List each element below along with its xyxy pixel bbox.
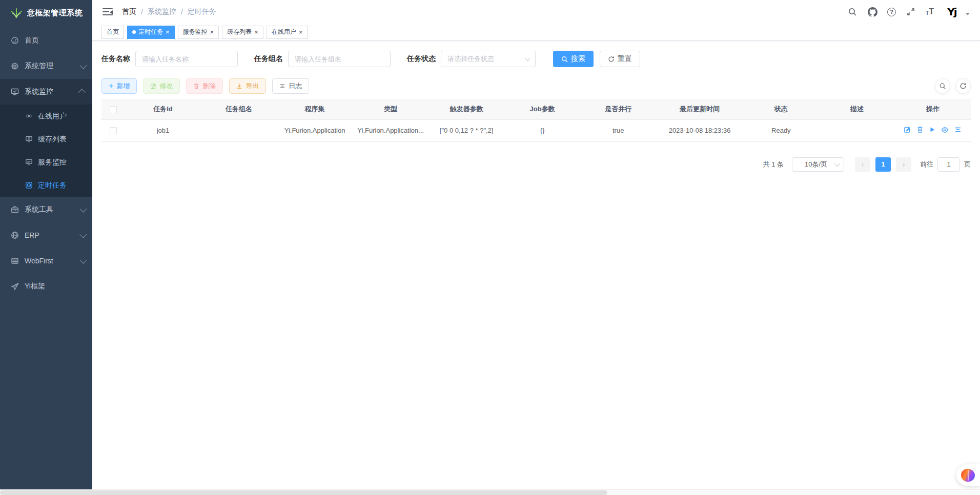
select-all-checkbox[interactable] — [110, 106, 117, 113]
task-group-label: 任务组名 — [254, 54, 283, 64]
tab-service-monitor[interactable]: 服务监控 × — [178, 26, 219, 39]
goto-page-input[interactable] — [937, 157, 960, 172]
reset-button[interactable]: 重置 — [600, 51, 640, 67]
tab-home[interactable]: 首页 — [101, 26, 124, 39]
sidebar-item-service-monitor[interactable]: 服务监控 — [0, 151, 92, 174]
assistant-float-button[interactable] — [956, 464, 980, 486]
sidebar-item-system-management[interactable]: 系统管理 — [0, 53, 92, 79]
filter-task-name: 任务名称 — [101, 51, 238, 67]
task-group-input[interactable] — [288, 51, 391, 67]
sidebar-item-system-tools[interactable]: 系统工具 — [0, 197, 92, 222]
tab-online-users[interactable]: 在线用户 × — [267, 26, 308, 39]
cache-screen-icon — [25, 135, 33, 143]
chevron-down-icon — [525, 55, 530, 61]
brain-icon — [961, 469, 975, 482]
page-number-button[interactable]: 1 — [875, 157, 891, 172]
cell-type: Yi.Furion.Application... — [353, 119, 428, 141]
toolbar-right-actions — [935, 78, 971, 94]
row-checkbox[interactable] — [110, 127, 117, 134]
modify-button[interactable]: 修改 — [143, 78, 180, 94]
paper-plane-icon — [10, 282, 19, 291]
select-all-cell — [101, 99, 125, 119]
font-size-icon[interactable]: TT — [926, 8, 934, 16]
tab-scheduled-tasks[interactable]: 定时任务 × — [127, 26, 175, 39]
refresh-icon — [608, 56, 615, 63]
task-name-label: 任务名称 — [101, 54, 130, 64]
scrollbar-thumb[interactable] — [0, 490, 607, 495]
export-button[interactable]: 导出 — [229, 78, 266, 94]
column-header: 状态 — [743, 99, 819, 119]
globe-icon — [10, 231, 19, 239]
task-status-label: 任务状态 — [407, 54, 436, 64]
chevron-down-icon — [79, 231, 87, 238]
refresh-table-icon[interactable] — [955, 78, 971, 94]
sidebar-item-online-users[interactable]: 在线用户 — [0, 105, 92, 128]
help-icon[interactable]: ? — [887, 8, 896, 16]
sidebar-item-label: 系统工具 — [25, 205, 80, 214]
breadcrumb-home[interactable]: 首页 — [122, 7, 136, 16]
sidebar-item-scheduled-tasks[interactable]: 定时任务 — [0, 174, 92, 197]
delete-icon[interactable] — [916, 126, 924, 133]
close-icon[interactable]: × — [254, 29, 258, 35]
close-icon[interactable]: × — [299, 29, 303, 35]
avatar-text: Yj — [947, 6, 956, 18]
task-status-select[interactable]: 请选择任务状态 — [441, 51, 536, 67]
log-button[interactable]: 日志 — [272, 78, 309, 94]
add-button[interactable]: + 新增 — [101, 78, 137, 94]
avatar[interactable]: Yj — [944, 4, 960, 20]
server-screen-icon — [25, 158, 33, 167]
trash-icon — [193, 83, 199, 89]
cell-assembly: Yi.Furion.Application — [277, 119, 353, 141]
page-unit-label: 页 — [964, 160, 971, 169]
sidebar-menu: 首页 系统管理 系统监控 — [0, 28, 92, 299]
table-row[interactable]: job1 Yi.Furion.Application Yi.Furion.App… — [101, 119, 971, 141]
sidebar: 意框架管理系统 首页 系统管理 — [0, 0, 92, 495]
toolbox-icon — [10, 205, 19, 214]
online-signal-icon — [25, 112, 33, 120]
breadcrumb-separator: / — [181, 8, 183, 16]
reset-button-label: 重置 — [618, 54, 632, 64]
fullscreen-icon[interactable] — [906, 7, 916, 17]
caret-down-icon[interactable] — [966, 13, 970, 15]
close-icon[interactable]: × — [210, 29, 214, 35]
sidebar-item-label: 在线用户 — [38, 112, 67, 121]
tag-tabbar: 首页 定时任务 × 服务监控 × 缓存列表 × 在线用户 × — [92, 24, 980, 41]
tab-label: 缓存列表 — [227, 28, 252, 36]
monitor-check-icon — [10, 88, 19, 96]
sidebar-item-system-monitor[interactable]: 系统监控 — [0, 79, 92, 105]
close-icon[interactable]: × — [166, 29, 170, 35]
delete-button[interactable]: 删除 — [186, 78, 223, 94]
show-search-icon[interactable] — [935, 78, 950, 94]
cell-task-group — [201, 119, 277, 141]
chevron-down-icon — [79, 205, 87, 213]
column-header: 操作 — [895, 99, 971, 119]
github-icon[interactable] — [867, 7, 877, 17]
cell-task-id: job1 — [125, 119, 201, 141]
run-icon[interactable] — [929, 127, 935, 133]
page-size-select[interactable]: 10条/页 — [792, 157, 844, 172]
search-button-label: 搜索 — [571, 54, 585, 64]
search-icon[interactable] — [847, 7, 858, 17]
download-icon — [236, 83, 242, 89]
search-button[interactable]: 搜索 — [553, 51, 594, 67]
sidebar-group-system-monitor: 系统监控 在线用户 缓存列表 — [0, 79, 92, 197]
horizontal-scrollbar[interactable] — [0, 489, 980, 495]
prev-page-button[interactable]: ‹ — [855, 157, 870, 172]
sidebar-item-yi-framework[interactable]: Yi框架 — [0, 274, 92, 299]
sidebar-item-label: WebFirst — [25, 257, 80, 265]
sidebar-item-label: 首页 — [25, 36, 85, 45]
edit-icon[interactable] — [904, 126, 911, 133]
sidebar-item-erp[interactable]: ERP — [0, 222, 92, 248]
task-name-input[interactable] — [135, 51, 238, 67]
tab-cache-list[interactable]: 缓存列表 × — [222, 26, 263, 39]
sidebar-item-webfirst[interactable]: WebFirst — [0, 248, 92, 274]
column-header: 任务Id — [125, 99, 201, 119]
column-header: 触发器参数 — [428, 99, 504, 119]
next-page-button[interactable]: › — [896, 157, 911, 172]
view-icon[interactable] — [941, 126, 949, 134]
app-logo[interactable]: 意框架管理系统 — [0, 0, 92, 26]
log-icon[interactable] — [954, 126, 962, 133]
sidebar-collapse-icon[interactable] — [103, 8, 113, 16]
sidebar-item-home[interactable]: 首页 — [0, 28, 92, 53]
sidebar-item-cache-list[interactable]: 缓存列表 — [0, 128, 92, 151]
